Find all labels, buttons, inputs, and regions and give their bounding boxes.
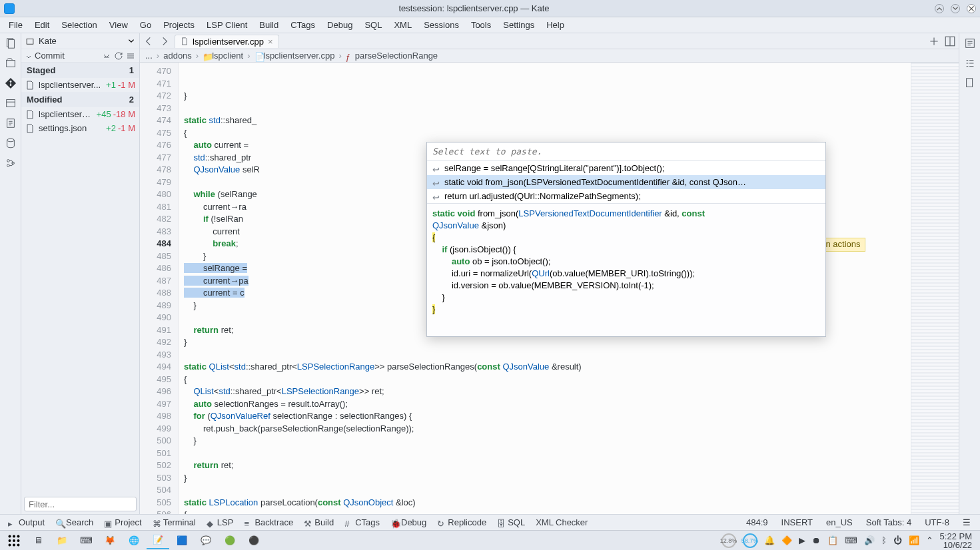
menu-xml[interactable]: XML [388, 18, 418, 32]
app-launcher-icon[interactable] [3, 532, 25, 549]
documents2-icon[interactable] [964, 77, 976, 89]
terminal-tab[interactable]: ⌘Terminal [149, 517, 200, 527]
spotify-icon[interactable]: 🟢 [219, 532, 241, 549]
clipboard-icon[interactable]: 📋 [827, 535, 838, 545]
tab-mode[interactable]: Soft Tabs: 4 [861, 517, 917, 527]
commit-label[interactable]: Commit [35, 51, 65, 61]
kate-taskbar-icon[interactable]: 📝 [147, 532, 169, 549]
crumb[interactable]: lspclientserver.cpp [264, 51, 335, 61]
menu-help[interactable]: Help [540, 18, 570, 32]
menu-file[interactable]: File [3, 18, 29, 32]
popup-item[interactable]: ↩ return url.adjusted(QUrl::NormalizePat… [427, 189, 825, 203]
lsp-tab[interactable]: ◆LSP [203, 517, 238, 527]
popup-search-input[interactable] [427, 142, 825, 161]
close-button[interactable] [967, 4, 976, 13]
menu-go[interactable]: Go [134, 18, 157, 32]
outline-icon[interactable] [964, 57, 976, 69]
cursor-position[interactable]: 484:9 [741, 517, 773, 527]
editor[interactable]: 4704714724734744754764774784794804814824… [140, 63, 959, 514]
cpu-meter[interactable]: 12.8% [722, 533, 736, 548]
firefox-icon[interactable]: 🦊 [99, 532, 121, 549]
menu-build[interactable]: Build [253, 18, 284, 32]
menu-icon[interactable] [126, 51, 135, 61]
staged-file[interactable]: lspclientserver... +1 -1 M [21, 78, 139, 92]
edit-mode[interactable]: INSERT [776, 517, 818, 527]
git-icon[interactable] [5, 77, 17, 89]
maximize-button[interactable] [951, 4, 960, 13]
menu-icon[interactable]: ☰ [957, 517, 976, 527]
debug-tab[interactable]: 🐞Debug [386, 517, 430, 527]
record-icon[interactable]: ⏺ [812, 535, 821, 545]
modified-file[interactable]: settings.json +2 -1 M [21, 121, 139, 135]
preview-icon[interactable] [964, 37, 976, 49]
documents-icon[interactable] [5, 37, 17, 49]
sql-tab[interactable]: 🗄SQL [493, 517, 529, 527]
modified-file[interactable]: lspclientserver... +45 -18 M [21, 107, 139, 121]
vscode-icon[interactable]: 🟦 [171, 532, 193, 549]
snippets-icon[interactable] [5, 117, 17, 129]
crumb[interactable]: addons [163, 51, 192, 61]
output-tab[interactable]: ▸Output [4, 517, 49, 527]
crumb[interactable]: ... [145, 51, 153, 61]
project-name[interactable]: Kate [39, 36, 123, 46]
notification-icon[interactable]: 🔔 [764, 535, 775, 545]
popup-item[interactable]: ↩ selRange = selRange[QStringLiteral("pa… [427, 161, 825, 175]
filter-input[interactable] [24, 497, 137, 511]
shield-icon[interactable]: 🔶 [781, 535, 792, 545]
collapse-icon[interactable] [102, 51, 111, 61]
refresh-icon[interactable] [114, 51, 123, 61]
build-tab[interactable]: ⚒Build [300, 517, 338, 527]
nav-forward-icon[interactable] [159, 35, 171, 47]
new-tab-icon[interactable] [928, 35, 940, 47]
symbols-icon[interactable] [5, 157, 17, 169]
tab-close-icon[interactable]: × [268, 37, 273, 47]
projects-icon[interactable] [5, 57, 17, 69]
filesystem-icon[interactable] [5, 97, 17, 109]
crumb[interactable]: lspclient [212, 51, 243, 61]
search-tab[interactable]: 🔍Search [51, 517, 97, 527]
nav-back-icon[interactable] [143, 35, 155, 47]
chat-icon[interactable]: 💬 [195, 532, 217, 549]
breadcrumb[interactable]: ...› addons› 📁 lspclient› 📄 lspclientser… [140, 49, 959, 63]
clock[interactable]: 5:22 PM 10/6/22 [940, 532, 972, 549]
menu-lspclient[interactable]: LSP Client [201, 18, 253, 32]
modified-header[interactable]: Modified 2 [21, 92, 139, 107]
desktop-icon[interactable]: 🖥 [27, 532, 49, 549]
bluetooth-icon[interactable]: ᛒ [881, 535, 887, 545]
backtrace-tab[interactable]: ≡Backtrace [240, 517, 297, 527]
editor-tab[interactable]: lspclientserver.cpp × [175, 35, 279, 48]
menu-settings[interactable]: Settings [497, 18, 540, 32]
spell-lang[interactable]: en_US [821, 517, 858, 527]
crumb[interactable]: parseSelectionRange [355, 51, 438, 61]
menu-view[interactable]: View [103, 18, 134, 32]
menu-sql[interactable]: SQL [358, 18, 388, 32]
chevron-down-icon[interactable] [25, 53, 32, 59]
keyboard-icon[interactable]: ⌨ [845, 535, 857, 545]
chevron-down-icon[interactable] [127, 37, 135, 45]
mem-meter[interactable]: 58.7% [743, 533, 757, 548]
network-icon[interactable]: ⏻ [893, 535, 902, 545]
staged-header[interactable]: Staged 1 [21, 63, 139, 78]
menu-edit[interactable]: Edit [29, 18, 55, 32]
menu-debug[interactable]: Debug [321, 18, 358, 32]
split-icon[interactable] [944, 35, 956, 47]
database-icon[interactable] [5, 137, 17, 149]
menu-projects[interactable]: Projects [157, 18, 201, 32]
menu-ctags[interactable]: CTags [284, 18, 321, 32]
browser-icon[interactable]: 🌐 [123, 532, 145, 549]
popup-item[interactable]: ↩ static void from_json(LSPVersionedText… [427, 175, 825, 189]
menu-sessions[interactable]: Sessions [418, 18, 465, 32]
line-gutter[interactable]: 4704714724734744754764774784794804814824… [140, 63, 179, 514]
ctags-tab[interactable]: #CTags [340, 517, 384, 527]
replicode-tab[interactable]: ↻Replicode [433, 517, 490, 527]
minimap[interactable] [911, 63, 959, 514]
volume-icon[interactable]: 🔊 [864, 535, 875, 545]
xml-tab[interactable]: XML Checker [532, 517, 592, 527]
encoding[interactable]: UTF-8 [919, 517, 955, 527]
chevron-up-icon[interactable]: ⌃ [926, 535, 933, 545]
menu-selection[interactable]: Selection [55, 18, 103, 32]
menu-tools[interactable]: Tools [465, 18, 497, 32]
obs-icon[interactable]: ⚫ [243, 532, 265, 549]
minimize-button[interactable] [935, 4, 944, 13]
project-tab[interactable]: ▣Project [100, 517, 145, 527]
